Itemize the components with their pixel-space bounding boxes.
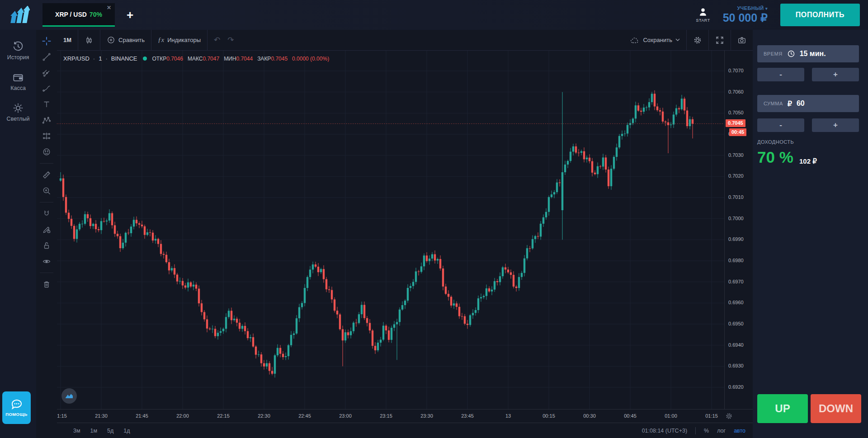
deposit-button[interactable]: ПОПОЛНИТЬ — [780, 4, 860, 26]
toolbar-divider — [40, 273, 53, 273]
history-icon — [12, 41, 24, 52]
sun-icon — [12, 102, 24, 114]
amount-plus-button[interactable]: + — [812, 118, 859, 132]
start-button[interactable]: START — [696, 7, 710, 23]
indicators-button[interactable]: ƒx Индикаторы — [151, 30, 207, 50]
add-tab-button[interactable]: + — [127, 9, 133, 21]
up-button[interactable]: UP — [757, 394, 808, 423]
time-field[interactable]: ВРЕМЯ 15 мин. — [757, 45, 859, 62]
legend-exchange: BINANCE — [111, 55, 137, 62]
range-1m[interactable]: 1м — [90, 428, 98, 434]
fullscreen-icon — [715, 36, 724, 45]
legend-change: 0.0000 (0.00%) — [292, 56, 329, 62]
interval-button[interactable]: 1M — [57, 30, 78, 50]
tool-pitchfork-icon[interactable] — [40, 67, 53, 79]
fx-icon: ƒx — [158, 36, 164, 44]
compare-button[interactable]: Сравнить — [100, 30, 151, 50]
wallet-icon — [12, 71, 24, 83]
gear-icon — [693, 36, 702, 45]
percent-scale-toggle[interactable]: % — [704, 428, 709, 434]
screenshot-button[interactable] — [731, 30, 753, 50]
time-tick: 00:15 — [542, 413, 555, 419]
tool-xabcd-pattern-icon[interactable] — [40, 114, 53, 126]
log-scale-toggle[interactable]: лог — [717, 428, 726, 434]
tool-remove-icon[interactable] — [40, 278, 53, 290]
cloud-icon — [630, 36, 640, 44]
time-tick: 00:30 — [583, 413, 596, 419]
chevron-down-icon: ▾ — [765, 6, 768, 11]
tool-emoji-icon[interactable] — [40, 146, 53, 158]
time-tick: 22:45 — [298, 413, 311, 419]
auto-scale-toggle[interactable]: авто — [734, 428, 745, 434]
indicators-label: Индикаторы — [167, 37, 201, 43]
legend-interval: 1 — [99, 55, 102, 62]
sidebar-item-theme[interactable]: Светлый — [0, 102, 36, 122]
sidebar-item-history[interactable]: История — [0, 41, 36, 61]
legend-symbol: XRP/USD — [63, 55, 90, 62]
amount-value: 60 — [797, 99, 805, 108]
amount-minus-button[interactable]: - — [757, 118, 804, 132]
down-button[interactable]: DOWN — [811, 394, 861, 423]
chart-type-button[interactable] — [78, 30, 100, 50]
balance-block[interactable]: УЧЕБНЫЙ ▾ 50 000 ₽ — [723, 5, 768, 24]
sidebar-item-label: Светлый — [7, 116, 30, 122]
tool-magnet-icon[interactable] — [40, 208, 53, 220]
user-icon — [698, 7, 708, 17]
tool-brush-icon[interactable] — [40, 83, 53, 94]
chat-bubble-icon — [10, 399, 24, 410]
tool-ruler-icon[interactable] — [40, 169, 53, 181]
help-button[interactable]: ПОМОЩЬ — [2, 391, 31, 424]
countdown-label: 00:45 — [729, 128, 746, 136]
range-5d[interactable]: 5д — [107, 428, 113, 434]
tool-position-icon[interactable] — [40, 130, 53, 142]
balance-amount: 50 000 ₽ — [723, 11, 768, 24]
session-clock: 01:08:14 (UTC+3) — [642, 428, 687, 434]
time-label: ВРЕМЯ — [764, 51, 783, 57]
compare-label: Сравнить — [118, 37, 145, 43]
price-tick: 0.6950 — [728, 321, 744, 326]
fullscreen-button[interactable] — [709, 30, 731, 50]
price-axis[interactable]: 0.69200.69300.69400.69500.69600.69700.69… — [724, 51, 753, 409]
account-mode-label: УЧЕБНЫЙ — [737, 5, 764, 11]
tool-trendline-icon[interactable] — [40, 51, 53, 63]
price-tick: 0.6980 — [728, 258, 744, 263]
price-tick: 0.7070 — [728, 68, 744, 73]
candlestick-chart[interactable]: XRP/USD · 1 · BINANCE ОТКР0.7046 МАКС0.7… — [57, 51, 724, 409]
range-3m[interactable]: 3м — [73, 428, 80, 434]
chart-style-button[interactable] — [61, 388, 77, 404]
divider — [695, 427, 696, 434]
tool-lock-icon[interactable] — [40, 240, 53, 251]
price-tick: 0.6970 — [728, 279, 744, 284]
undo-icon[interactable]: ↶ — [214, 35, 220, 45]
redo-icon[interactable]: ↷ — [227, 35, 234, 45]
time-minus-button[interactable]: - — [757, 68, 804, 81]
payout-profit: 102 ₽ — [799, 157, 817, 165]
time-tick: 00:45 — [624, 413, 637, 419]
payout-label: ДОХОДНОСТЬ — [757, 139, 794, 145]
sidebar-item-cashier[interactable]: Касса — [0, 71, 36, 91]
tool-text-icon[interactable] — [40, 99, 53, 110]
time-plus-button[interactable]: + — [812, 68, 859, 81]
payout-percent: 70 % — [757, 148, 793, 166]
chart-legend: XRP/USD · 1 · BINANCE ОТКР0.7046 МАКС0.7… — [63, 55, 329, 62]
chevron-down-icon — [675, 38, 680, 42]
tab-xrp-usd[interactable]: XRP / USD 70% ✕ — [42, 3, 115, 27]
time-axis[interactable]: 21:1521:3021:4522:0022:1522:3022:4523:00… — [57, 409, 753, 423]
clock-icon — [787, 50, 795, 58]
chart-toolbar: 1M Сравнить ƒx Индикаторы ↶ ↷ — [57, 30, 753, 51]
app-sidebar: История Касса Светлый — [0, 30, 36, 438]
tool-drawing-mode-icon[interactable] — [40, 224, 53, 235]
top-bar: XRP / USD 70% ✕ + START УЧЕБНЫЙ ▾ 50 000… — [0, 0, 868, 30]
chart-bottom-bar: 3м 1м 5д 1д 01:08:14 (UTC+3) % лог авто — [57, 423, 753, 438]
tool-crosshair-icon[interactable] — [40, 35, 53, 47]
tool-zoom-in-icon[interactable] — [40, 185, 53, 197]
range-1d[interactable]: 1д — [123, 428, 130, 434]
time-axis-settings-icon[interactable] — [725, 412, 733, 421]
chart-canvas — [57, 51, 724, 409]
price-tick: 0.6990 — [728, 236, 744, 242]
tool-hide-icon[interactable] — [40, 255, 53, 267]
tab-close-icon[interactable]: ✕ — [107, 5, 111, 11]
save-layout-button[interactable]: Сохранить — [623, 30, 686, 50]
amount-field[interactable]: СУММА ₽ 60 — [757, 95, 859, 112]
chart-settings-button[interactable] — [687, 30, 708, 50]
